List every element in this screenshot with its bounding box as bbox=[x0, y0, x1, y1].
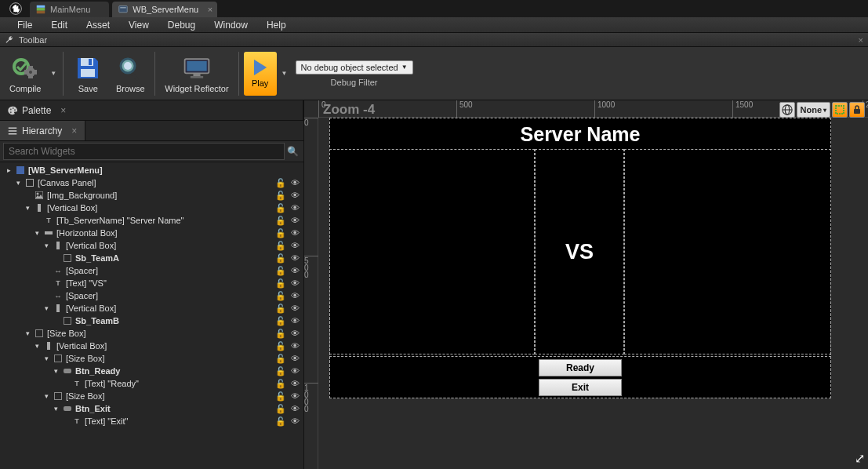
expand-arrow[interactable]: ▾ bbox=[33, 229, 41, 237]
play-dropdown[interactable]: ▼ bbox=[278, 70, 291, 77]
eye-icon[interactable]: 👁 bbox=[289, 191, 300, 200]
tree-node[interactable]: ▾[Size Box]🔓👁 bbox=[0, 352, 303, 365]
search-input[interactable] bbox=[3, 143, 285, 160]
lock-icon[interactable]: 🔓 bbox=[275, 391, 286, 402]
lock-icon[interactable]: 🔓 bbox=[275, 191, 286, 201]
lock-icon[interactable]: 🔓 bbox=[275, 216, 286, 226]
lock-icon[interactable]: 🔓 bbox=[275, 228, 286, 238]
lock-icon[interactable]: 🔓 bbox=[275, 416, 286, 427]
eye-icon[interactable]: 👁 bbox=[289, 341, 300, 351]
eye-icon[interactable]: 👁 bbox=[289, 278, 300, 288]
play-button[interactable]: Play bbox=[244, 52, 277, 96]
lock-icon[interactable]: 🔓 bbox=[275, 341, 286, 351]
expand-arrow[interactable]: ▾ bbox=[24, 329, 31, 337]
menu-help[interactable]: Help bbox=[257, 18, 296, 32]
tree-node[interactable]: ▾[Size Box]🔓👁 bbox=[0, 390, 303, 402]
eye-icon[interactable]: 👁 bbox=[289, 391, 300, 401]
close-icon[interactable]: × bbox=[60, 105, 66, 116]
compile-dropdown[interactable]: ▼ bbox=[47, 70, 60, 77]
menu-edit[interactable]: Edit bbox=[42, 18, 77, 32]
tree-node[interactable]: Sb_TeamA🔓👁 bbox=[0, 252, 303, 264]
eye-icon[interactable]: 👁 bbox=[289, 253, 300, 263]
team-a-box[interactable] bbox=[329, 149, 535, 354]
tab-wb-servermenu[interactable]: WB_ServerMenu × bbox=[112, 2, 217, 17]
tree-node[interactable]: [Img_Background]🔓👁 bbox=[0, 189, 303, 202]
lock-icon[interactable]: 🔓 bbox=[275, 379, 286, 389]
eye-icon[interactable]: 👁 bbox=[289, 203, 300, 213]
expand-arrow[interactable]: ▸ bbox=[5, 166, 13, 174]
menu-view[interactable]: View bbox=[119, 18, 158, 32]
resize-handle-icon[interactable]: ⤢ bbox=[855, 451, 865, 466]
team-b-box[interactable] bbox=[624, 149, 831, 354]
expand-arrow[interactable]: ▾ bbox=[33, 342, 41, 350]
browse-button[interactable]: Browse bbox=[109, 50, 151, 97]
tree-node[interactable]: ▾[Vertical Box]🔓👁 bbox=[0, 202, 303, 214]
expand-arrow[interactable]: ▾ bbox=[24, 204, 31, 212]
close-icon[interactable]: × bbox=[208, 5, 212, 14]
tree-node[interactable]: ▸[WB_ServerMenu] bbox=[0, 164, 303, 176]
lock-icon[interactable]: 🔓 bbox=[275, 241, 286, 251]
tab-mainmenu[interactable]: MainMenu bbox=[30, 2, 109, 17]
lock-icon[interactable]: 🔓 bbox=[275, 178, 286, 188]
screen-size-dropdown[interactable]: None▾ bbox=[797, 102, 831, 118]
debug-object-select[interactable]: No debug object selected ▼ bbox=[296, 60, 413, 75]
eye-icon[interactable]: 👁 bbox=[289, 266, 300, 275]
exit-button[interactable]: Exit bbox=[539, 379, 622, 396]
menu-debug[interactable]: Debug bbox=[158, 18, 205, 32]
eye-icon[interactable]: 👁 bbox=[289, 379, 300, 388]
eye-icon[interactable]: 👁 bbox=[289, 354, 300, 363]
expand-arrow[interactable]: ▾ bbox=[42, 304, 50, 312]
palette-tab[interactable]: Palette × bbox=[0, 100, 303, 120]
lock-icon[interactable]: 🔓 bbox=[275, 304, 286, 314]
eye-icon[interactable]: 👁 bbox=[289, 241, 300, 250]
tree-node[interactable]: T[Text] "VS"🔓👁 bbox=[0, 277, 303, 289]
eye-icon[interactable]: 👁 bbox=[289, 228, 300, 238]
eye-icon[interactable]: 👁 bbox=[289, 291, 300, 300]
outline-toggle[interactable] bbox=[832, 102, 848, 118]
hierarchy-tab[interactable]: Hierarchy × bbox=[0, 121, 85, 140]
tree-node[interactable]: ↔[Spacer]🔓👁 bbox=[0, 264, 303, 277]
lock-icon[interactable]: 🔓 bbox=[275, 203, 286, 213]
eye-icon[interactable]: 👁 bbox=[289, 416, 300, 426]
lock-icon[interactable]: 🔓 bbox=[275, 266, 286, 276]
tree-node[interactable]: ▾[Canvas Panel]🔓👁 bbox=[0, 176, 303, 189]
eye-icon[interactable]: 👁 bbox=[289, 304, 300, 313]
ready-button[interactable]: Ready bbox=[539, 359, 622, 376]
tree-node[interactable]: ▾Btn_Exit🔓👁 bbox=[0, 402, 303, 415]
tree-node[interactable]: ▾[Vertical Box]🔓👁 bbox=[0, 340, 303, 352]
save-button[interactable]: Save bbox=[67, 50, 109, 97]
eye-icon[interactable]: 👁 bbox=[289, 178, 300, 187]
expand-arrow[interactable]: ▾ bbox=[42, 392, 50, 400]
expand-arrow[interactable]: ▾ bbox=[42, 242, 50, 249]
tree-node[interactable]: T[Text] "Ready"🔓👁 bbox=[0, 377, 303, 390]
expand-arrow[interactable]: ▾ bbox=[52, 367, 60, 375]
widget-reflector-button[interactable]: Widget Reflector bbox=[158, 50, 234, 97]
expand-arrow[interactable]: ▾ bbox=[42, 354, 50, 362]
canvas-area[interactable]: Server Name VS Ready Exit bbox=[318, 118, 868, 469]
tree-node[interactable]: ▾[Vertical Box]🔓👁 bbox=[0, 302, 303, 314]
eye-icon[interactable]: 👁 bbox=[289, 404, 300, 413]
expand-arrow[interactable]: ▾ bbox=[14, 179, 22, 187]
lock-icon[interactable]: 🔓 bbox=[275, 253, 286, 264]
tree-node[interactable]: ▾[Horizontal Box]🔓👁 bbox=[0, 227, 303, 239]
tree-node[interactable]: ▾[Size Box]🔓👁 bbox=[0, 327, 303, 340]
tree-node[interactable]: ▾[Vertical Box]🔓👁 bbox=[0, 239, 303, 252]
tree-node[interactable]: ▾Btn_Ready🔓👁 bbox=[0, 365, 303, 377]
expand-arrow[interactable]: ▾ bbox=[52, 405, 60, 413]
close-icon[interactable]: × bbox=[71, 125, 77, 136]
lock-icon[interactable]: 🔓 bbox=[275, 291, 286, 301]
eye-icon[interactable]: 👁 bbox=[289, 366, 300, 376]
tree-node[interactable]: Sb_TeamB🔓👁 bbox=[0, 314, 303, 327]
lock-icon[interactable]: 🔓 bbox=[275, 354, 286, 364]
server-name-text[interactable]: Server Name bbox=[330, 123, 830, 146]
compile-button[interactable]: Compile bbox=[3, 50, 47, 97]
eye-icon[interactable]: 👁 bbox=[289, 329, 300, 338]
menu-window[interactable]: Window bbox=[205, 18, 257, 32]
lock-icon[interactable]: 🔓 bbox=[275, 329, 286, 339]
close-icon[interactable]: × bbox=[859, 35, 863, 45]
lock-icon[interactable]: 🔓 bbox=[275, 404, 286, 414]
vs-text[interactable]: VS bbox=[565, 240, 594, 264]
eye-icon[interactable]: 👁 bbox=[289, 316, 300, 325]
lock-icon[interactable]: 🔓 bbox=[275, 366, 286, 376]
tree-node[interactable]: ↔[Spacer]🔓👁 bbox=[0, 289, 303, 302]
